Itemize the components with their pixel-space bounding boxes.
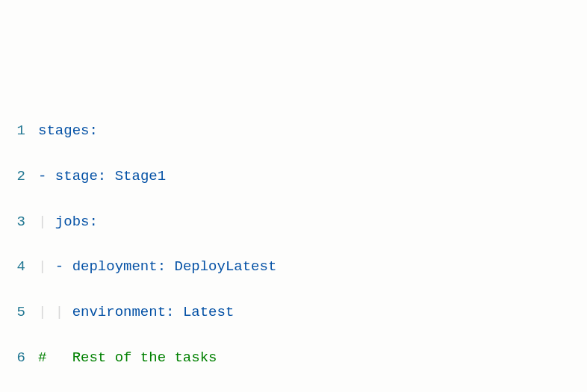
yaml-key: stages (38, 122, 89, 139)
code-line: 6# Rest of the tasks (7, 346, 580, 369)
yaml-key: environment (72, 304, 166, 320)
dash: - (55, 258, 63, 275)
line-number: 5 (7, 301, 25, 323)
colon: : (89, 214, 97, 230)
colon: : (98, 168, 106, 184)
yaml-key: stage (55, 168, 98, 184)
dash: - (38, 168, 46, 184)
line-number: 4 (7, 255, 25, 278)
code-line: 2- stage: Stage1 (7, 165, 580, 187)
line-number: 3 (7, 211, 25, 233)
indent-guide: | (38, 214, 46, 230)
code-line: 1stages: (7, 119, 580, 142)
line-number: 1 (7, 119, 25, 142)
line-number: 2 (7, 165, 25, 187)
comment-hash: # (38, 349, 46, 366)
yaml-key: jobs (55, 214, 90, 230)
yaml-value: Stage1 (115, 168, 166, 184)
code-line: 4| - deployment: DeployLatest (7, 255, 580, 278)
yaml-value: DeployLatest (175, 258, 277, 275)
indent-guide: | (38, 304, 46, 320)
code-line: 3| jobs: (7, 211, 580, 233)
code-editor: 1stages: 2- stage: Stage1 3| jobs: 4| - … (7, 97, 580, 392)
code-line: 5| | environment: Latest (7, 301, 580, 323)
colon: : (158, 258, 166, 275)
comment-text: Rest of the tasks (46, 349, 217, 366)
colon: : (89, 122, 97, 139)
yaml-key: deployment (72, 258, 158, 275)
line-number: 6 (7, 346, 25, 369)
yaml-value: Latest (183, 304, 234, 320)
indent-guide: | (38, 258, 46, 275)
colon: : (166, 304, 174, 320)
indent-guide: | (55, 304, 63, 320)
